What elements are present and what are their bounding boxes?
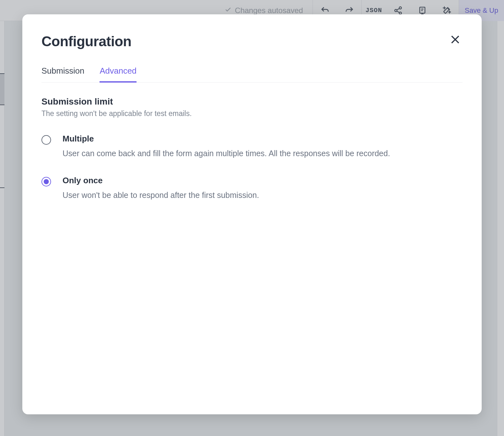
modal-overlay[interactable]: Configuration Submission Advanced Submis… [0, 0, 504, 436]
close-button[interactable] [448, 32, 463, 48]
radio-icon [41, 135, 51, 145]
section-description: The setting won't be applicable for test… [41, 109, 463, 118]
tab-advanced[interactable]: Advanced [100, 66, 137, 82]
radio-option-only-once[interactable]: Only once User won't be able to respond … [41, 176, 463, 201]
radio-description: User won't be able to respond after the … [63, 189, 463, 201]
close-icon [449, 41, 461, 47]
radio-content: Multiple User can come back and fill the… [63, 134, 463, 160]
radio-option-multiple[interactable]: Multiple User can come back and fill the… [41, 134, 463, 160]
radio-label: Only once [63, 176, 463, 185]
radio-label: Multiple [63, 134, 463, 144]
modal-title: Configuration [41, 33, 131, 49]
submission-limit-section: Submission limit The setting won't be ap… [41, 97, 463, 201]
radio-icon [41, 177, 51, 186]
submission-limit-radio-group: Multiple User can come back and fill the… [41, 134, 463, 201]
radio-description: User can come back and fill the form aga… [63, 148, 463, 160]
tab-submission[interactable]: Submission [41, 66, 84, 82]
configuration-modal: Configuration Submission Advanced Submis… [22, 14, 482, 414]
tabs-container: Submission Advanced [41, 66, 463, 83]
radio-content: Only once User won't be able to respond … [63, 176, 463, 201]
section-title: Submission limit [41, 97, 463, 107]
modal-header: Configuration [41, 33, 463, 49]
